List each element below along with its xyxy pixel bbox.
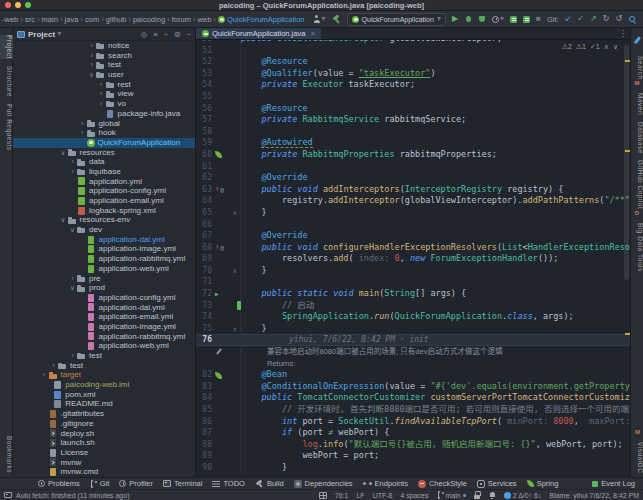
code-line[interactable]: 55 (196, 91, 630, 103)
override-icon[interactable]: ↑ (215, 242, 219, 254)
line-number[interactable]: 66 (196, 219, 212, 231)
line-number[interactable]: 60 (196, 149, 212, 161)
pencil-icon[interactable] (633, 36, 641, 45)
inspection-okc[interactable]: ✓1 (590, 43, 600, 51)
commit-button[interactable]: ✓ (577, 15, 584, 23)
toolwindow-button-services[interactable]: Services (477, 479, 517, 488)
tree-item[interactable]: application-image.yml (13, 244, 195, 254)
panel-header-icon[interactable]: − (187, 30, 191, 39)
tree-toggle-icon[interactable]: › (68, 351, 77, 361)
fold-icon[interactable]: ∧ (233, 265, 237, 277)
fold-icon[interactable]: ∧ (233, 323, 237, 335)
tree-item[interactable]: launch.sh (13, 438, 195, 448)
panel-header-icon[interactable]: ⚙ (174, 30, 181, 39)
tree-item[interactable]: ∨resources (13, 148, 195, 158)
status-item[interactable] (319, 492, 327, 499)
tree-item[interactable]: ›data (13, 157, 195, 167)
prev-problem-button[interactable]: ∧ (604, 43, 609, 51)
breadcrumb-item[interactable]: QuickForumApplication (227, 15, 305, 24)
tool-stripe-search[interactable]: Search (631, 56, 643, 80)
line-number[interactable]: 73 (196, 300, 212, 312)
line-number[interactable]: 65 (196, 207, 212, 219)
tree-item[interactable]: ∨prod (13, 283, 195, 293)
tree-item[interactable]: application-rabbitmq.yml (13, 332, 195, 342)
toolwindow-button-problems[interactable]: Problems (38, 479, 80, 488)
tab-options-button[interactable]: ⋮ (619, 28, 630, 39)
toolwindow-button-profiler[interactable]: Profiler (119, 479, 153, 488)
line-number[interactable]: 58 (196, 126, 212, 138)
line-number[interactable]: 85 (196, 404, 212, 416)
warning-stripe-mark[interactable] (625, 333, 630, 335)
spring-bean-icon[interactable] (215, 372, 222, 379)
toolwindow-button-terminal[interactable]: Terminal (163, 479, 202, 488)
inspection-w1[interactable]: ⚠2 (562, 43, 572, 51)
line-number[interactable]: 76 (196, 334, 212, 346)
inspections-widget[interactable]: ⚠2⚠1✓1∧∨ (562, 43, 618, 51)
tree-item[interactable]: application-image.yml (13, 322, 195, 332)
tree-toggle-icon[interactable]: › (97, 80, 106, 90)
tree-item[interactable]: QuickForumApplication (13, 138, 195, 148)
line-number[interactable]: 69 (196, 253, 212, 265)
breadcrumb-item[interactable]: paicoding (133, 15, 165, 24)
tree-item[interactable]: ∨user (13, 70, 195, 80)
line-number[interactable]: 89 (196, 450, 212, 462)
line-number[interactable]: 83 (196, 381, 212, 393)
tree-toggle-icon[interactable]: › (87, 51, 96, 61)
profile-menu[interactable]: ▾ (313, 15, 326, 23)
line-number[interactable]: 64 (196, 195, 212, 207)
run-gutter-icon[interactable]: ▶ (215, 288, 219, 300)
code-line[interactable]: 72▶ public static void main(String[] arg… (196, 288, 630, 300)
breadcrumb-item[interactable]: -web (2, 15, 18, 24)
tree-toggle-icon[interactable]: › (40, 370, 49, 380)
code-line[interactable]: 87 if (port ≠ webPort) { (196, 427, 630, 439)
tree-item[interactable]: ›view (13, 89, 195, 99)
status-item-main[interactable]: main (437, 491, 466, 499)
tool-stripe-database[interactable]: Database (631, 122, 643, 154)
code-line[interactable]: 90 } (196, 462, 630, 474)
line-number[interactable]: 53 (196, 68, 212, 80)
line-number[interactable]: 72 (196, 288, 212, 300)
tree-toggle-icon[interactable]: › (68, 157, 77, 167)
warning-stripe-mark[interactable] (625, 150, 630, 152)
code-line[interactable]: 61 (196, 161, 630, 173)
tree-toggle-icon[interactable]: › (87, 41, 96, 51)
tree-toggle-icon[interactable]: › (78, 128, 87, 138)
tab-quickforumapplication[interactable]: QuickForumApplication.java × (196, 28, 321, 39)
line-number[interactable]: 55 (196, 91, 212, 103)
tree-item[interactable]: ›test (13, 361, 195, 371)
stop-button[interactable]: ■ (536, 15, 541, 23)
breadcrumb-item[interactable]: main (42, 15, 58, 24)
code-line[interactable]: 64 registry.addInterceptor(globalViewInt… (196, 195, 630, 207)
toolwindow-button-todo[interactable]: TODO (212, 479, 245, 488)
tree-item[interactable]: package-info.java (13, 109, 195, 119)
tree-item[interactable]: pom.xml (13, 390, 195, 400)
code-line[interactable]: 63↑@ public void addInterceptors(Interce… (196, 184, 630, 196)
tree-toggle-icon[interactable]: ∨ (59, 215, 68, 225)
line-number[interactable]: 90 (196, 462, 212, 474)
tree-item[interactable]: ›test (13, 60, 195, 70)
status-item[interactable] (474, 491, 481, 499)
inspection-w2[interactable]: ⚠1 (576, 43, 586, 51)
tree-item[interactable]: ∨resources-env (13, 215, 195, 225)
code-line[interactable]: 66 (196, 219, 630, 231)
line-number[interactable]: 57 (196, 114, 212, 126)
line-number[interactable]: 75 (196, 323, 212, 335)
code-line[interactable]: 76yihui, 7/6/22, 8:42 PM · init (196, 334, 630, 346)
override-icon[interactable]: ↑ (215, 184, 219, 196)
warning-stripe-mark[interactable] (625, 60, 630, 62)
tree-item[interactable]: ›hook (13, 128, 195, 138)
panel-header-icon[interactable]: ◎ (141, 30, 148, 39)
code-line[interactable]: 56 @Resource (196, 103, 630, 115)
code-line[interactable]: 60 private RabbitmqProperties rabbitmqPr… (196, 149, 630, 161)
line-number[interactable]: 67 (196, 230, 212, 242)
push-button[interactable]: ↗ (590, 15, 597, 23)
line-number[interactable]: 74 (196, 311, 212, 323)
find-usages-icon[interactable] (628, 15, 636, 23)
tree-item[interactable]: .gitattributes (13, 409, 195, 419)
code-editor[interactable]: 50public GlobalViewInterceptor globalVie… (196, 33, 630, 477)
code-line[interactable]: 54 private Executor taskExecutor; (196, 79, 630, 91)
breadcrumb-item[interactable]: java (65, 15, 79, 24)
code-line[interactable]: Returns: (196, 358, 630, 370)
toolwindow-button-checkstyle[interactable]: CheckStyle (418, 479, 467, 488)
line-number[interactable]: 59 (196, 137, 212, 149)
